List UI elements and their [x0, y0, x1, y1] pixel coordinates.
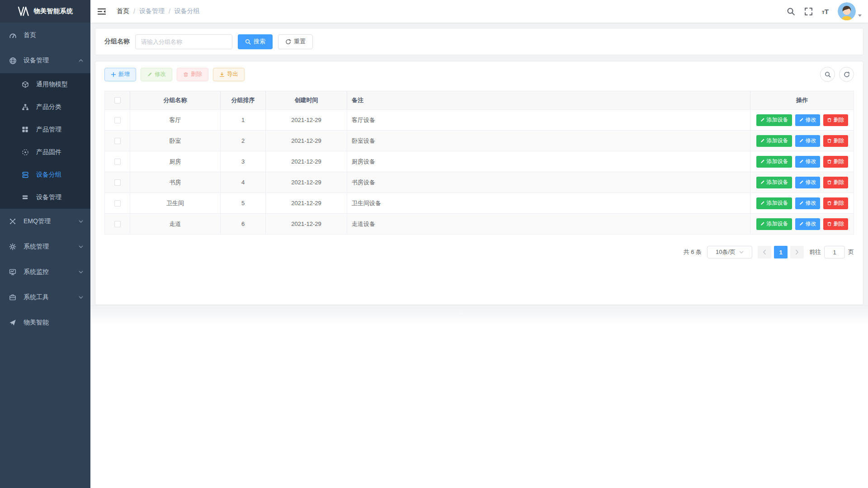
row-checkbox[interactable] [114, 179, 121, 186]
table-row: 厨房 3 2021-12-29 厨房设备 添加设备 修改 删除 [105, 151, 854, 172]
sidebar-item-device-group[interactable]: 设备分组 [0, 164, 90, 186]
add-button[interactable]: 新增 [104, 68, 136, 81]
cell-created: 2021-12-29 [266, 151, 347, 172]
row-edit-button[interactable]: 修改 [795, 218, 820, 230]
export-button[interactable]: 导出 [213, 68, 245, 81]
sidebar-item-thing-model[interactable]: 通用物模型 [0, 73, 90, 96]
row-edit-button[interactable]: 修改 [795, 114, 820, 126]
add-device-button[interactable]: 添加设备 [756, 135, 792, 147]
page-size-select[interactable]: 10条/页 [707, 246, 752, 258]
edit-button[interactable]: 修改 [141, 68, 172, 81]
row-delete-button[interactable]: 删除 [823, 177, 848, 188]
cell-remark: 卧室设备 [347, 131, 750, 151]
row-checkbox[interactable] [114, 159, 121, 165]
reset-button[interactable]: 重置 [278, 34, 313, 49]
chevron-down-icon [739, 251, 744, 253]
add-device-button[interactable]: 添加设备 [756, 197, 792, 209]
sidebar-item-device-mgmt[interactable]: 设备管理 [0, 48, 90, 73]
font-size-icon[interactable]: тT [822, 8, 829, 15]
search-button[interactable]: 搜索 [238, 34, 273, 49]
row-checkbox[interactable] [114, 138, 121, 144]
sidebar-item-device-list[interactable]: 设备管理 [0, 186, 90, 209]
prev-page-button[interactable] [758, 246, 771, 258]
group-name-input[interactable] [135, 34, 232, 49]
table-row: 卧室 2 2021-12-29 卧室设备 添加设备 修改 删除 [105, 131, 854, 151]
row-edit-button[interactable]: 修改 [795, 135, 820, 147]
add-device-button[interactable]: 添加设备 [756, 114, 792, 126]
sidebar-item-emq-mgmt[interactable]: EMQ管理 [0, 209, 90, 234]
row-delete-label: 删除 [834, 220, 844, 228]
sidebar-toggle-icon[interactable] [90, 0, 113, 23]
sitemap-icon [22, 103, 29, 111]
add-device-button[interactable]: 添加设备 [756, 156, 792, 168]
caret-down-icon [858, 14, 862, 17]
device-group-panel: 新增 修改 删除 导出 [95, 61, 863, 305]
goto-label: 前往 [809, 248, 821, 256]
next-page-button[interactable] [790, 246, 804, 258]
sidebar-item-product-firmware[interactable]: 产品固件 [0, 141, 90, 164]
row-edit-label: 修改 [806, 137, 816, 145]
goto-page-input[interactable] [824, 246, 845, 258]
chevron-right-icon [795, 249, 799, 255]
app-logo[interactable]: 物美智能系统 [0, 0, 90, 23]
sidebar-item-label: 通用物模型 [36, 80, 68, 89]
breadcrumb: 首页 / 设备管理 / 设备分组 [117, 7, 200, 15]
sidebar-item-system-monitor[interactable]: 系统监控 [0, 259, 90, 285]
table-row: 卫生间 5 2021-12-29 卫生间设备 添加设备 修改 删除 [105, 193, 854, 214]
page-size-value: 10条/页 [716, 248, 736, 256]
user-menu[interactable] [838, 2, 862, 20]
sidebar-item-wumei-smart[interactable]: 物美智能 [0, 310, 90, 335]
row-delete-button[interactable]: 删除 [823, 197, 848, 209]
add-device-label: 添加设备 [767, 178, 788, 186]
sidebar-item-label: 产品固件 [36, 148, 61, 156]
chevron-down-icon [79, 271, 83, 273]
chevron-down-icon [79, 296, 83, 299]
cell-group-name: 客厅 [130, 110, 221, 130]
table-row: 客厅 1 2021-12-29 客厅设备 添加设备 修改 删除 [105, 110, 854, 131]
show-search-toggle-button[interactable] [820, 67, 835, 82]
row-delete-button[interactable]: 删除 [823, 135, 848, 147]
delete-button[interactable]: 删除 [177, 68, 208, 81]
row-delete-label: 删除 [834, 158, 844, 165]
search-icon[interactable] [787, 7, 795, 16]
row-edit-button[interactable]: 修改 [795, 156, 820, 168]
row-delete-button[interactable]: 删除 [823, 218, 848, 230]
pagination: 共 6 条 10条/页 1 前往 页 [104, 246, 854, 258]
breadcrumb-home[interactable]: 首页 [117, 7, 129, 15]
cell-ops: 添加设备 修改 删除 [750, 131, 854, 151]
sidebar-item-product-mgmt[interactable]: 产品管理 [0, 118, 90, 141]
row-delete-button[interactable]: 删除 [823, 114, 848, 126]
row-edit-button[interactable]: 修改 [795, 197, 820, 209]
row-edit-label: 修改 [806, 158, 816, 165]
avatar[interactable] [838, 2, 856, 20]
row-edit-button[interactable]: 修改 [795, 177, 820, 188]
sidebar-item-label: 设备分组 [36, 171, 61, 179]
cell-created: 2021-12-29 [266, 131, 347, 151]
breadcrumb-separator: / [169, 8, 170, 15]
fullscreen-icon[interactable] [804, 7, 813, 16]
cell-remark: 客厅设备 [347, 110, 750, 130]
monitor-icon [9, 268, 17, 276]
cell-remark: 走道设备 [347, 214, 750, 234]
select-all-checkbox[interactable] [114, 97, 121, 103]
cell-remark: 卫生间设备 [347, 193, 750, 213]
sidebar-item-home[interactable]: 首页 [0, 23, 90, 48]
sidebar-item-product-category[interactable]: 产品分类 [0, 96, 90, 118]
row-checkbox[interactable] [114, 117, 121, 123]
sidebar-item-label: 设备管理 [24, 56, 49, 65]
page-number-1[interactable]: 1 [774, 246, 788, 258]
row-delete-button[interactable]: 删除 [823, 156, 848, 168]
add-device-button[interactable]: 添加设备 [756, 218, 792, 230]
search-panel: 分组名称 搜索 重置 [95, 28, 863, 55]
row-checkbox[interactable] [114, 221, 121, 227]
chevron-left-icon [763, 249, 766, 255]
sidebar-item-system-tools[interactable]: 系统工具 [0, 285, 90, 310]
sidebar-item-system-mgmt[interactable]: 系统管理 [0, 234, 90, 259]
table-row: 书房 4 2021-12-29 书房设备 添加设备 修改 删除 [105, 172, 854, 193]
dashboard-icon [9, 32, 17, 39]
cube-icon [22, 81, 29, 89]
row-checkbox[interactable] [114, 200, 121, 206]
add-device-button[interactable]: 添加设备 [756, 177, 792, 188]
refresh-table-button[interactable] [839, 67, 854, 82]
cell-ops: 添加设备 修改 删除 [750, 151, 854, 172]
